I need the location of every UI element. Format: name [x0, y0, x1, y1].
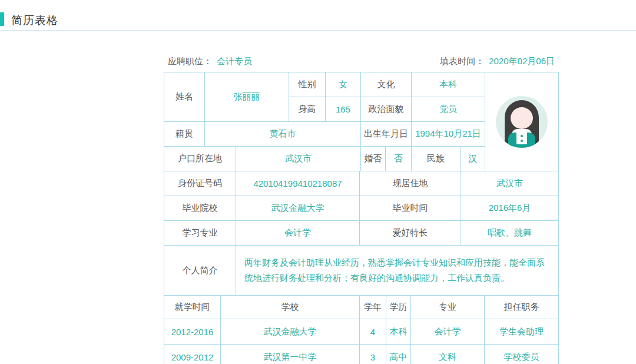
college-label: 毕业院校 — [164, 196, 236, 221]
col-header-years: 学年 — [360, 296, 386, 319]
height-label: 身高 — [289, 97, 326, 122]
applied-position-label: 应聘职位： — [168, 56, 212, 67]
college-value: 武汉金融大学 — [236, 196, 360, 221]
edu-degree: 本科 — [386, 319, 411, 345]
page-title: 简历表格 — [11, 13, 58, 28]
marital-label: 婚否 — [361, 147, 386, 171]
native-place-label: 籍贯 — [164, 122, 205, 147]
fill-date: 填表时间： 2020年02月06日 — [440, 56, 555, 67]
education-history-table: 就学时间 学校 学年 学历 专业 担任职务 2012-2016 武汉金融大学 4… — [164, 295, 559, 364]
col-header-period: 就学时间 — [164, 296, 221, 319]
name-label: 姓名 — [164, 72, 205, 122]
col-header-school: 学校 — [221, 296, 360, 319]
hukou-label: 户口所在地 — [164, 147, 236, 171]
edu-position: 学生会助理 — [485, 319, 559, 345]
education-row: 2012-2016 武汉金融大学 4 本科 会计学 学生会助理 — [164, 319, 559, 345]
birth-date-value: 1994年10月21日 — [412, 122, 485, 147]
col-header-position: 担任职务 — [485, 296, 559, 319]
culture-label: 文化 — [361, 72, 412, 97]
id-number-label: 身份证号码 — [164, 171, 236, 196]
page-header: 简历表格 — [0, 0, 636, 31]
row-major-hobby: 学习专业 会计学 爱好特长 唱歌、跳舞 — [164, 221, 559, 246]
name-value: 张丽丽 — [205, 72, 289, 122]
row-id-residence: 身份证号码 420104199410218087 现居住地 武汉市 — [164, 171, 559, 196]
education-header-row: 就学时间 学校 学年 学历 专业 担任职务 — [164, 296, 559, 319]
residence-value: 武汉市 — [461, 171, 559, 196]
culture-value: 本科 — [412, 72, 485, 97]
title-accent-bar — [0, 12, 4, 26]
political-label: 政治面貌 — [361, 97, 412, 122]
edu-years: 4 — [360, 319, 386, 345]
profile-text: 两年财务及会计助理从业经历，熟悉掌握会计专业知识和应用技能，能全面系统地进行财务… — [236, 246, 559, 296]
fill-date-label: 填表时间： — [440, 56, 484, 67]
basic-info-table: 姓名 张丽丽 性别 女 文化 本科 身高 165 政治面貌 — [164, 72, 559, 171]
fill-date-value: 2020年02月06日 — [489, 56, 555, 67]
education-row: 2009-2012 武汉第一中学 3 高中 文科 学校委员 — [164, 345, 559, 364]
grad-time-value: 2016年6月 — [461, 196, 559, 221]
row-profile: 个人简介 两年财务及会计助理从业经历，熟悉掌握会计专业知识和应用技能，能全面系统… — [164, 246, 559, 296]
hobby-label: 爱好特长 — [360, 221, 461, 246]
col-header-degree: 学历 — [386, 296, 411, 319]
marital-value: 否 — [386, 147, 412, 171]
grad-time-label: 毕业时间 — [360, 196, 461, 221]
detail-info-table: 身份证号码 420104199410218087 现居住地 武汉市 毕业院校 武… — [164, 171, 559, 246]
edu-major: 会计学 — [411, 319, 485, 345]
form-meta-row: 应聘职位： 会计专员 填表时间： 2020年02月06日 — [164, 51, 558, 72]
ethnic-value: 汉 — [461, 147, 485, 171]
row-college-gradtime: 毕业院校 武汉金融大学 毕业时间 2016年6月 — [164, 196, 559, 221]
hukou-value: 武汉市 — [236, 147, 361, 171]
avatar-button-dot — [521, 135, 523, 137]
native-place-value: 黄石市 — [205, 122, 361, 147]
hobby-value: 唱歌、跳舞 — [461, 221, 559, 246]
avatar-face — [511, 107, 533, 129]
ethnic-label: 民族 — [412, 147, 461, 171]
applied-position-value: 会计专员 — [217, 56, 252, 67]
political-value: 党员 — [412, 97, 485, 122]
edu-degree: 高中 — [386, 345, 411, 364]
avatar-collar — [516, 131, 527, 144]
row-name-gender: 姓名 张丽丽 性别 女 文化 本科 — [164, 72, 559, 97]
profile-table: 个人简介 两年财务及会计助理从业经历，熟悉掌握会计专业知识和应用技能，能全面系统… — [164, 245, 559, 296]
edu-school: 武汉第一中学 — [221, 345, 360, 364]
resume-form: 应聘职位： 会计专员 填表时间： 2020年02月06日 姓名 张丽丽 性别 女… — [164, 51, 558, 364]
photo-cell — [485, 72, 559, 171]
edu-years: 3 — [360, 345, 386, 364]
gender-value: 女 — [326, 72, 361, 97]
header-divider — [0, 30, 636, 31]
major-label: 学习专业 — [164, 221, 236, 246]
col-header-major: 专业 — [411, 296, 485, 319]
id-number-value: 420104199410218087 — [236, 171, 360, 196]
major-value: 会计学 — [236, 221, 360, 246]
edu-period: 2012-2016 — [164, 319, 221, 345]
edu-major: 文科 — [411, 345, 485, 364]
avatar-button-dot — [521, 140, 523, 142]
height-value: 165 — [326, 97, 361, 122]
birth-date-label: 出生年月日 — [361, 122, 412, 147]
edu-period: 2009-2012 — [164, 345, 221, 364]
profile-photo-avatar-icon — [496, 96, 548, 148]
applied-position: 应聘职位： 会计专员 — [168, 56, 252, 67]
gender-label: 性别 — [289, 72, 326, 97]
residence-label: 现居住地 — [360, 171, 461, 196]
profile-label: 个人简介 — [164, 246, 236, 296]
edu-school: 武汉金融大学 — [221, 319, 360, 345]
edu-position: 学校委员 — [485, 345, 559, 364]
